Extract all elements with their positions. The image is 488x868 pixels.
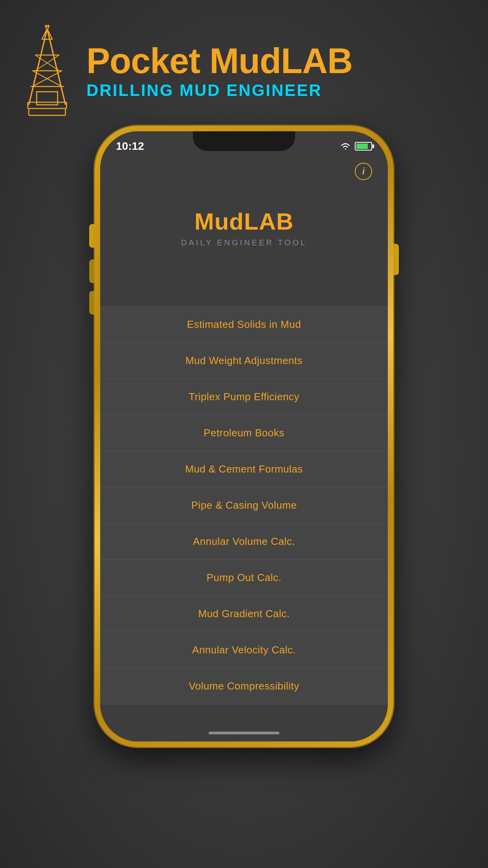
phone-outer-shell: 10:12 [95,126,393,747]
menu-item-label: Volume Compressibility [189,680,299,692]
menu-item-10[interactable]: Annular Velocity Calc. [100,632,388,668]
battery-icon [355,142,372,151]
menu-item-label: Annular Volume Calc. [193,535,295,547]
menu-item-9[interactable]: Mud Gradient Calc. [100,596,388,632]
menu-item-label: Annular Velocity Calc. [192,644,296,656]
menu-item-7[interactable]: Annular Volume Calc. [100,523,388,559]
menu-item-label: Mud & Cement Formulas [185,463,303,475]
menu-item-2[interactable]: Mud Weight Adjustments [100,342,388,379]
menu-item-5[interactable]: Mud & Cement Formulas [100,451,388,487]
menu-item-4[interactable]: Petroleum Books [100,415,388,451]
info-icon: i [362,166,365,177]
derrick-icon [24,24,71,120]
battery-fill [356,143,368,149]
menu-item-3[interactable]: Triplex Pump Efficiency [100,379,388,415]
app-logo-title: MudLAB [194,208,294,235]
wifi-icon [340,142,351,151]
svg-line-1 [47,29,66,105]
menu-item-label: Mud Weight Adjustments [185,355,303,366]
status-time: 10:12 [116,140,144,153]
menu-item-6[interactable]: Pipe & Casing Volume [100,487,388,523]
app-logo-area: MudLAB DAILY ENGINEER TOOL [100,157,388,306]
svg-rect-16 [37,92,57,105]
phone-screen: 10:12 [100,131,388,741]
menu-list: Estimated Solids in MudMud Weight Adjust… [100,306,388,704]
status-icons [340,142,372,151]
app-logo-subtitle: DAILY ENGINEER TOOL [181,238,307,247]
header-text: Pocket MudLAB DRILLING MUD ENGINEER [86,43,352,100]
app-title: Pocket MudLAB [86,43,352,79]
menu-item-label: Pump Out Calc. [207,572,282,583]
app-subtitle: DRILLING MUD ENGINEER [86,81,352,100]
status-bar: 10:12 [100,131,388,157]
phone-inner-bezel: 10:12 [100,131,388,741]
menu-item-1[interactable]: Estimated Solids in Mud [100,306,388,342]
menu-item-label: Pipe & Casing Volume [191,499,297,511]
menu-item-label: Estimated Solids in Mud [187,318,301,330]
app-content: MudLAB DAILY ENGINEER TOOL Estimated Sol… [100,157,388,741]
svg-line-0 [29,29,47,105]
header: Pocket MudLAB DRILLING MUD ENGINEER [0,16,488,127]
home-indicator [209,732,279,734]
menu-item-8[interactable]: Pump Out Calc. [100,559,388,596]
info-button[interactable]: i [355,163,372,180]
menu-item-label: Mud Gradient Calc. [198,608,290,620]
menu-item-label: Petroleum Books [204,427,284,439]
phone-device: 10:12 [95,126,393,747]
menu-item-label: Triplex Pump Efficiency [189,391,299,403]
menu-item-11[interactable]: Volume Compressibility [100,668,388,704]
